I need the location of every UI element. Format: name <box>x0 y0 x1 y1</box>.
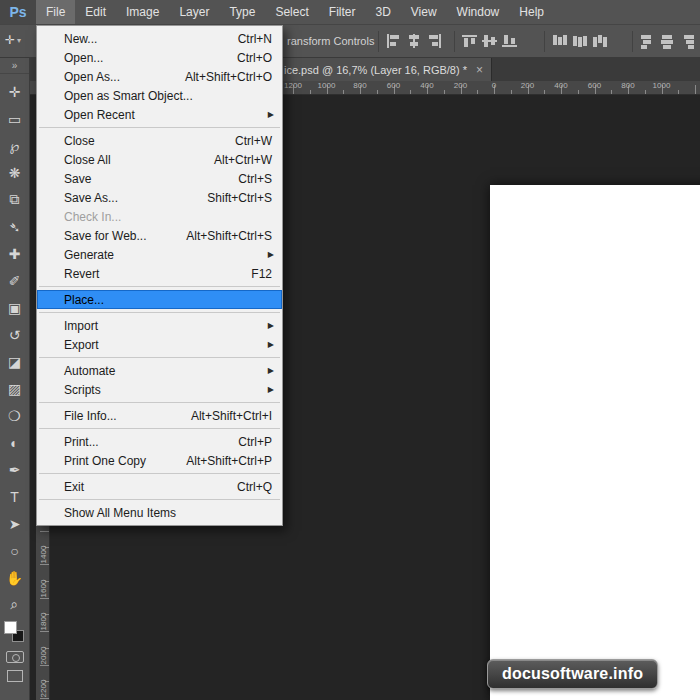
clone-stamp-tool[interactable]: ▣ <box>0 294 29 321</box>
lasso-tool[interactable]: ℘ <box>0 132 29 159</box>
align-horizontal-centers-icon[interactable] <box>406 34 422 49</box>
show-transform-controls-label: ransform Controls <box>287 35 374 47</box>
menu-item-save[interactable]: SaveCtrl+S <box>37 169 282 188</box>
ruler-label: 1800 <box>39 608 48 636</box>
menu-item-export[interactable]: Export▶ <box>37 335 282 354</box>
menu-item-print[interactable]: Print...Ctrl+P <box>37 432 282 451</box>
align-vertical-centers-icon[interactable] <box>482 34 498 49</box>
menu-item-label: Open Recent <box>64 108 272 122</box>
ruler-tick <box>310 90 311 94</box>
move-tool[interactable]: ✛ <box>0 78 29 105</box>
menu-item-save-for-web[interactable]: Save for Web...Alt+Shift+Ctrl+S <box>37 226 282 245</box>
ruler-label: 200 <box>516 81 540 90</box>
menu-item-label: Save <box>64 172 220 186</box>
menu-item-automate[interactable]: Automate▶ <box>37 361 282 380</box>
move-tool-icon: ✛ <box>5 33 15 47</box>
eraser-tool[interactable]: ◪ <box>0 348 29 375</box>
align-left-edges-icon[interactable] <box>386 34 402 49</box>
quick-selection-tool[interactable]: ❋ <box>0 159 29 186</box>
align-top-edges-icon[interactable] <box>462 34 478 49</box>
menu-item-new[interactable]: New...Ctrl+N <box>37 29 282 48</box>
menu-item-open-as[interactable]: Open As...Alt+Shift+Ctrl+O <box>37 67 282 86</box>
photoshop-logo: Ps <box>0 0 36 24</box>
menu-item-scripts[interactable]: Scripts▶ <box>37 380 282 399</box>
menu-item-save-as[interactable]: Save As...Shift+Ctrl+S <box>37 188 282 207</box>
menu-item-close[interactable]: CloseCtrl+W <box>37 131 282 150</box>
distribute-horizontal-centers-icon[interactable] <box>660 34 676 49</box>
menu-item-revert[interactable]: RevertF12 <box>37 264 282 283</box>
distribute-right-edges-icon[interactable] <box>680 34 696 49</box>
menubar-item-filter[interactable]: Filter <box>319 0 366 24</box>
screen-mode-icon[interactable] <box>7 670 23 682</box>
history-brush-tool[interactable]: ↺ <box>0 321 29 348</box>
menubar-item-layer[interactable]: Layer <box>169 0 219 24</box>
menu-item-place[interactable]: Place... <box>37 290 282 309</box>
menu-item-close-all[interactable]: Close AllAlt+Ctrl+W <box>37 150 282 169</box>
gradient-tool[interactable]: ▨ <box>0 375 29 402</box>
menubar-item-window[interactable]: Window <box>447 0 510 24</box>
color-swatches[interactable] <box>0 620 29 646</box>
menu-separator <box>39 357 280 358</box>
options-icon-group-2 <box>462 34 518 49</box>
menu-item-label: New... <box>64 32 220 46</box>
menu-item-check-in: Check In... <box>37 207 282 226</box>
menubar-item-file[interactable]: File <box>36 0 75 24</box>
align-right-edges-icon[interactable] <box>426 34 442 49</box>
tool-preset-picker[interactable]: ✛▾ <box>5 33 21 47</box>
collapse-panel-icon[interactable]: » <box>0 58 29 74</box>
ruler-tick <box>444 90 445 94</box>
close-tab-icon[interactable]: × <box>476 64 483 76</box>
menubar-item-select[interactable]: Select <box>265 0 318 24</box>
menu-item-show-all-menu-items[interactable]: Show All Menu Items <box>37 503 282 522</box>
menubar-item-edit[interactable]: Edit <box>75 0 116 24</box>
options-separator <box>632 31 633 52</box>
menu-item-open-as-smart-object[interactable]: Open as Smart Object... <box>37 86 282 105</box>
menu-item-label: Print One Copy <box>64 454 168 468</box>
options-separator <box>454 31 455 52</box>
menu-item-exit[interactable]: ExitCtrl+Q <box>37 477 282 496</box>
menu-item-label: Exit <box>64 480 219 494</box>
brush-tool[interactable]: ✐ <box>0 267 29 294</box>
menu-item-import[interactable]: Import▶ <box>37 316 282 335</box>
menubar-item-3d[interactable]: 3D <box>365 0 400 24</box>
distribute-bottom-edges-icon[interactable] <box>592 34 608 49</box>
dodge-tool[interactable]: ◐ <box>0 429 29 456</box>
menu-item-file-info[interactable]: File Info...Alt+Shift+Ctrl+I <box>37 406 282 425</box>
distribute-top-edges-icon[interactable] <box>552 34 568 49</box>
foreground-color-swatch[interactable] <box>4 621 17 634</box>
menu-item-shortcut: Alt+Shift+Ctrl+P <box>186 454 272 468</box>
menubar-item-view[interactable]: View <box>401 0 447 24</box>
ruler-tick <box>544 90 545 94</box>
ruler-label: 0 <box>482 81 506 90</box>
menubar-item-help[interactable]: Help <box>509 0 554 24</box>
eyedropper-tool[interactable]: ➴ <box>0 213 29 240</box>
menu-separator <box>39 127 280 128</box>
menu-separator <box>39 286 280 287</box>
menubar-item-image[interactable]: Image <box>116 0 169 24</box>
zoom-tool[interactable]: ⌕ <box>0 591 29 618</box>
menu-separator <box>39 428 280 429</box>
quick-mask-icon[interactable] <box>6 651 24 663</box>
healing-brush-tool[interactable]: ✚ <box>0 240 29 267</box>
menu-item-print-one-copy[interactable]: Print One CopyAlt+Shift+Ctrl+P <box>37 451 282 470</box>
ruler-label: 800 <box>348 81 372 90</box>
crop-tool[interactable]: ⧉ <box>0 186 29 213</box>
menu-item-shortcut: Shift+Ctrl+S <box>207 191 272 205</box>
ellipse-tool[interactable]: ○ <box>0 537 29 564</box>
menu-item-open[interactable]: Open...Ctrl+O <box>37 48 282 67</box>
pen-tool[interactable]: ✒ <box>0 456 29 483</box>
menu-item-generate[interactable]: Generate▶ <box>37 245 282 264</box>
align-bottom-edges-icon[interactable] <box>502 34 518 49</box>
distribute-left-edges-icon[interactable] <box>640 34 656 49</box>
menu-item-shortcut: Alt+Shift+Ctrl+O <box>185 70 272 84</box>
menubar-item-type[interactable]: Type <box>219 0 265 24</box>
ruler-label: 1400 <box>39 541 48 569</box>
type-tool[interactable]: T <box>0 483 29 510</box>
hand-tool[interactable]: ✋ <box>0 564 29 591</box>
path-selection-tool[interactable]: ➤ <box>0 510 29 537</box>
blur-tool[interactable]: ❍ <box>0 402 29 429</box>
distribute-vertical-centers-icon[interactable] <box>572 34 588 49</box>
marquee-tool[interactable]: ▭ <box>0 105 29 132</box>
menu-item-open-recent[interactable]: Open Recent▶ <box>37 105 282 124</box>
document-tab[interactable]: ice.psd @ 16,7% (Layer 16, RGB/8) * × <box>276 58 492 81</box>
